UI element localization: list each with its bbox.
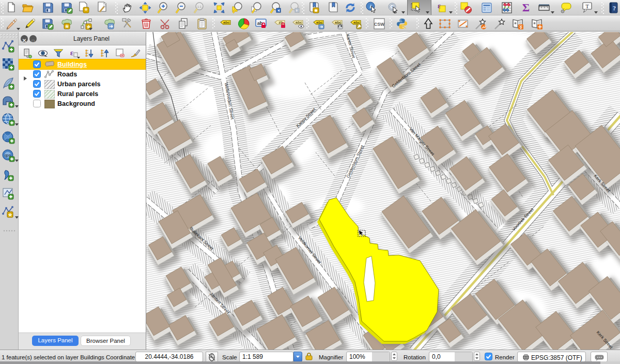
svg-text:abc: abc	[316, 20, 323, 25]
svg-text:CSW: CSW	[374, 22, 385, 27]
svg-text:?: ?	[613, 4, 616, 12]
svg-text:ε: ε	[438, 2, 441, 10]
svg-text:abc: abc	[353, 20, 360, 25]
svg-text:ε: ε	[70, 49, 74, 57]
svg-text:Σ: Σ	[522, 2, 530, 14]
svg-text:T: T	[585, 3, 589, 9]
svg-text:zb: zb	[278, 20, 283, 25]
svg-text:1:1: 1:1	[197, 5, 202, 8]
svg-text:abc: abc	[335, 20, 342, 25]
svg-text:abc: abc	[296, 20, 302, 25]
svg-text:abc: abc	[223, 20, 230, 25]
